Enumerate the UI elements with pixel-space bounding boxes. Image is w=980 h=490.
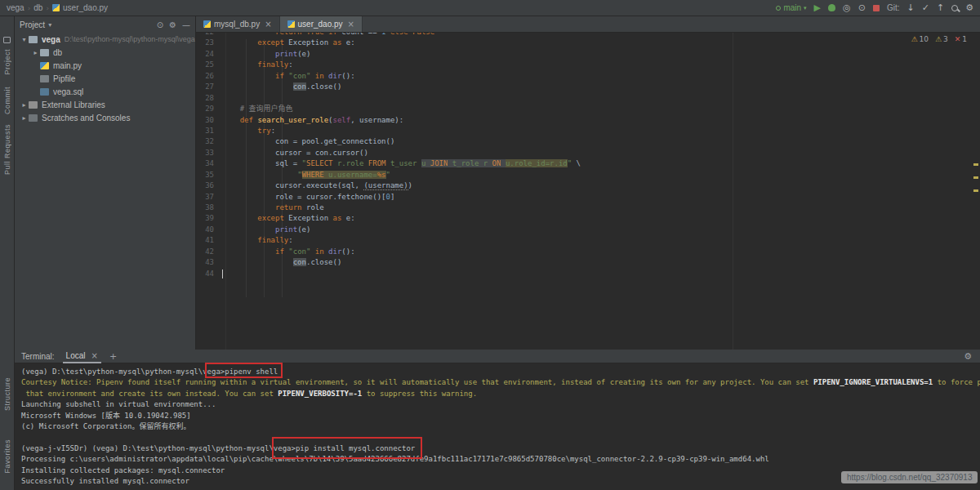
text-segment: FROM bbox=[368, 159, 386, 167]
code-line[interactable]: 23 except Exception as e: bbox=[196, 38, 980, 48]
stripe-structure[interactable]: Structure bbox=[3, 377, 11, 411]
breadcrumb-item[interactable]: user_dao.py bbox=[63, 3, 108, 12]
inspection-item[interactable]: ⚠3 bbox=[935, 35, 948, 43]
run-button[interactable]: ▶ bbox=[814, 3, 821, 12]
code-text: return role bbox=[220, 203, 324, 213]
chevron-down-icon[interactable]: ▾ bbox=[20, 36, 29, 43]
code-line[interactable]: 44 bbox=[196, 269, 980, 279]
close-icon[interactable]: × bbox=[91, 351, 97, 360]
hide-panel-icon[interactable]: — bbox=[182, 20, 190, 29]
editor-tabs: mysql_db.py×user_dao.py× bbox=[196, 16, 980, 33]
tab-user-dao-py[interactable]: user_dao.py× bbox=[280, 16, 363, 32]
code-line[interactable]: 38 return role bbox=[196, 203, 980, 213]
text-segment bbox=[222, 82, 293, 91]
code-viewport[interactable]: 22 return True if count == 1 else False2… bbox=[196, 33, 980, 350]
warning-stripe-mark[interactable] bbox=[973, 176, 978, 179]
close-icon[interactable]: × bbox=[265, 20, 271, 29]
tree-item-vega[interactable]: ▾vegaD:\test\python-mysql\python-mysql\v… bbox=[15, 33, 195, 46]
text-segment: search_user_role bbox=[257, 116, 328, 124]
stop-button[interactable] bbox=[873, 5, 880, 11]
breadcrumb-item[interactable]: vega bbox=[7, 3, 24, 12]
git-update-button[interactable]: ↓ bbox=[906, 3, 914, 12]
tab-mysql-db-py[interactable]: mysql_db.py× bbox=[196, 16, 280, 32]
chevron-right-icon[interactable]: ▸ bbox=[31, 49, 40, 56]
code-line[interactable]: 28 bbox=[196, 93, 980, 104]
settings-button[interactable]: ⚙ bbox=[965, 3, 973, 12]
locate-icon[interactable]: ⊙ bbox=[157, 20, 163, 29]
code-text: cursor.execute(sql, (username)) bbox=[220, 180, 412, 191]
code-line[interactable]: 42 if "con" in dir(): bbox=[196, 247, 980, 257]
inspection-icon: ⚠ bbox=[911, 35, 917, 43]
text-segment: True bbox=[306, 33, 324, 36]
code-line[interactable]: 33 cursor = con.cursor() bbox=[196, 148, 980, 158]
breadcrumb-item[interactable]: db bbox=[33, 3, 42, 12]
line-number: 33 bbox=[196, 148, 220, 158]
stripe-favorites[interactable]: Favorites bbox=[3, 439, 11, 474]
tree-item-pipfile[interactable]: Pipfile bbox=[15, 72, 195, 85]
code-line[interactable]: 40 print(e) bbox=[196, 225, 980, 235]
text-segment: e: bbox=[341, 38, 354, 47]
inspection-widget[interactable]: ⚠10⚠3✕1 bbox=[911, 35, 967, 43]
new-terminal-button[interactable]: + bbox=[109, 351, 117, 362]
text-segment: to force pipenv to ignore bbox=[933, 378, 980, 386]
code-line[interactable]: 35 "WHERE u.username=%s" bbox=[196, 170, 980, 180]
code-line[interactable]: 43 con.close() bbox=[196, 257, 980, 268]
tree-item-db[interactable]: ▸db bbox=[15, 46, 195, 59]
terminal-line: Courtesy Notice: Pipenv found itself run… bbox=[21, 377, 980, 388]
stripe-project[interactable]: Project bbox=[3, 49, 11, 75]
text-segment: (username) bbox=[363, 181, 408, 190]
code-line[interactable]: 27 con.close() bbox=[196, 82, 980, 92]
code-line[interactable]: 25 finally: bbox=[196, 60, 980, 70]
code-line[interactable]: 36 cursor.execute(sql, (username)) bbox=[196, 180, 980, 191]
stripe-pull-requests[interactable]: Pull Requests bbox=[3, 124, 11, 175]
code-line[interactable]: 34 sql = "SELECT r.role FROM t_user u JO… bbox=[196, 158, 980, 169]
debug-button[interactable] bbox=[828, 4, 835, 11]
search-button[interactable] bbox=[951, 5, 958, 11]
python-file-icon bbox=[203, 20, 211, 28]
git-push-button[interactable]: ↑ bbox=[937, 3, 944, 12]
profiler-button[interactable]: ⊙ bbox=[858, 3, 866, 12]
code-line[interactable]: 37 role = cursor.fetchone()[0] bbox=[196, 192, 980, 203]
project-tool-icon[interactable] bbox=[3, 37, 11, 43]
code-line[interactable]: 29 # 查询用户角色 bbox=[196, 104, 980, 114]
code-line[interactable]: 26 if "con" in dir(): bbox=[196, 71, 980, 82]
text-segment: (c) Microsoft Corporation。保留所有权利。 bbox=[21, 422, 190, 430]
text-segment: Exception bbox=[284, 214, 333, 222]
tree-item-main-py[interactable]: main.py bbox=[15, 59, 195, 72]
code-text: # 查询用户角色 bbox=[220, 104, 293, 114]
terminal-tab-local[interactable]: Local × bbox=[63, 350, 101, 363]
close-icon[interactable]: × bbox=[348, 20, 354, 29]
inspection-item[interactable]: ⚠10 bbox=[911, 35, 929, 43]
code-line[interactable]: 41 finally: bbox=[196, 235, 980, 246]
warning-stripe-mark[interactable] bbox=[973, 189, 978, 192]
text-segment bbox=[222, 171, 297, 179]
code-text: if "con" in dir(): bbox=[220, 71, 355, 82]
code-line[interactable]: 39 except Exception as e: bbox=[196, 213, 980, 224]
code-line[interactable]: 30 def search_user_role(self, username): bbox=[196, 115, 980, 126]
warning-stripe-mark[interactable] bbox=[973, 163, 978, 166]
code-line[interactable]: 24 print(e) bbox=[196, 49, 980, 60]
tree-item-vega-sql[interactable]: vega.sql bbox=[15, 85, 195, 98]
text-segment: (vega-j-vI5SDr) (vega) D:\test\python-my… bbox=[21, 444, 415, 452]
branch-button[interactable]: main▾ bbox=[776, 3, 806, 12]
terminal-settings-icon[interactable]: ⚙ bbox=[964, 351, 972, 362]
chevron-right-icon[interactable]: ▸ bbox=[20, 101, 29, 109]
python-file-icon bbox=[52, 4, 60, 11]
terminal-output[interactable]: (vega) D:\test\python-mysql\python-mysql… bbox=[15, 364, 980, 490]
stripe-commit[interactable]: Commit bbox=[3, 87, 11, 114]
project-panel-title[interactable]: Project bbox=[20, 20, 45, 29]
line-number: 43 bbox=[196, 257, 220, 268]
inspection-item[interactable]: ✕1 bbox=[955, 35, 967, 43]
chevron-down-icon[interactable]: ▾ bbox=[48, 21, 51, 29]
text-segment: except bbox=[257, 38, 284, 47]
tree-item-scratches[interactable]: ▸Scratches and Consoles bbox=[15, 111, 195, 124]
settings-icon[interactable]: ⚙ bbox=[169, 20, 176, 29]
chevron-right-icon[interactable]: ▸ bbox=[20, 114, 29, 122]
text-segment: return bbox=[275, 203, 302, 212]
tree-item-external-libraries[interactable]: ▸External Libraries bbox=[15, 98, 195, 111]
code-line[interactable]: 31 try: bbox=[196, 126, 980, 136]
code-line[interactable]: 32 con = pool.get_connection() bbox=[196, 136, 980, 147]
coverage-button[interactable]: ◎ bbox=[843, 3, 851, 12]
git-commit-button[interactable]: ✓ bbox=[922, 3, 929, 12]
line-number: 23 bbox=[196, 38, 220, 48]
